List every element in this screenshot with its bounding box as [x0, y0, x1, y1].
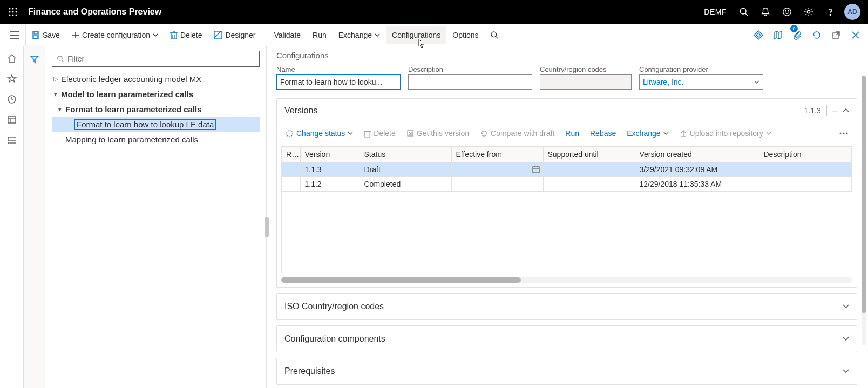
get-version-button: Get this version — [402, 125, 473, 142]
svg-point-11 — [783, 8, 791, 16]
tree-panel: ▷ Electronic ledger accounting model MX … — [45, 46, 267, 388]
clock-icon[interactable] — [2, 90, 22, 109]
change-status-button[interactable]: Change status — [281, 125, 357, 142]
attach-icon[interactable]: 0 — [788, 26, 806, 44]
funnel-icon[interactable] — [26, 51, 43, 68]
star-icon[interactable] — [2, 69, 22, 89]
svg-point-47 — [8, 140, 9, 141]
chevron-down-icon — [843, 337, 849, 341]
table-row[interactable]: 1.1.3 Draft 3/29/2021 09:32:09 AM — [282, 162, 852, 177]
gear-icon[interactable] — [798, 0, 819, 24]
validate-button[interactable]: Validate — [269, 26, 307, 44]
svg-rect-64 — [533, 167, 539, 173]
popout-icon[interactable] — [827, 26, 845, 44]
tree-node[interactable]: Mapping to learn parameterized calls — [52, 132, 260, 147]
tree-node[interactable]: ▷ Electronic ledger accounting model MX — [52, 71, 260, 86]
company-code[interactable]: DEMF — [704, 8, 727, 16]
refresh-icon[interactable] — [808, 26, 826, 44]
svg-line-30 — [214, 31, 221, 38]
components-header[interactable]: Configuration components — [277, 326, 857, 352]
save-label: Save — [43, 31, 60, 39]
horizontal-scrollbar[interactable] — [281, 277, 852, 283]
save-button[interactable]: Save — [26, 26, 65, 44]
waffle-icon[interactable] — [4, 3, 22, 21]
vertical-scrollbar[interactable] — [862, 76, 866, 345]
caret-right-icon: ▷ — [52, 76, 59, 83]
version-run-button[interactable]: Run — [561, 125, 584, 142]
description-input[interactable] — [408, 74, 532, 90]
version-exchange-button[interactable]: Exchange — [622, 125, 673, 142]
prereq-header[interactable]: Prerequisites — [277, 358, 857, 384]
svg-rect-43 — [8, 117, 16, 123]
caret-down-icon: ▾ — [52, 91, 59, 98]
filter-input[interactable] — [67, 55, 255, 63]
svg-point-8 — [16, 15, 17, 16]
table-row[interactable]: 1.1.2 Completed 12/29/2018 11:35:33 AM — [282, 177, 852, 192]
options-button[interactable]: Options — [447, 26, 484, 44]
home-icon[interactable] — [2, 49, 22, 68]
svg-marker-33 — [754, 31, 763, 39]
hamburger-icon[interactable] — [3, 24, 26, 46]
close-icon[interactable] — [846, 26, 865, 44]
svg-point-6 — [9, 15, 11, 16]
search-icon[interactable] — [733, 0, 755, 24]
nav-sidebar — [0, 46, 24, 388]
tree-node-selected[interactable]: Format to learn how to lookup LE data — [52, 117, 260, 132]
list-icon[interactable] — [2, 131, 22, 150]
svg-point-7 — [12, 15, 14, 16]
chevron-down-icon — [375, 33, 380, 37]
avatar[interactable]: AD — [844, 4, 860, 20]
compare-button: Compare with draft — [476, 125, 559, 142]
help-icon[interactable] — [819, 0, 841, 24]
attach-badge: 0 — [790, 25, 798, 32]
col-description[interactable]: Description — [759, 147, 852, 162]
col-supported[interactable]: Supported until — [543, 147, 635, 162]
col-created[interactable]: Version created — [635, 147, 759, 162]
provider-dropdown[interactable]: Litware, Inc. — [639, 74, 763, 90]
search-icon — [57, 55, 64, 63]
toolbar-search-icon[interactable] — [485, 26, 504, 44]
diamond-icon[interactable] — [749, 26, 768, 44]
col-status[interactable]: Status — [360, 147, 451, 162]
tree-node[interactable]: ▾ Format to learn parameterized calls — [52, 101, 260, 117]
components-section: Configuration components — [276, 325, 857, 352]
svg-point-46 — [8, 137, 9, 138]
tree-node[interactable]: ▾ Model to learn parameterized calls — [52, 86, 260, 101]
svg-rect-29 — [214, 31, 222, 39]
calendar-icon[interactable] — [532, 166, 540, 173]
versions-header[interactable]: Versions 1.1.3 -- — [277, 99, 857, 122]
exchange-button[interactable]: Exchange — [333, 26, 385, 44]
svg-point-9 — [740, 8, 746, 14]
svg-rect-24 — [171, 33, 177, 39]
designer-label: Designer — [225, 31, 255, 39]
svg-point-5 — [16, 11, 17, 13]
table-header-row: R... Version Status Effective from Suppo… — [282, 147, 852, 162]
rebase-button[interactable]: Rebase — [586, 125, 620, 142]
svg-point-31 — [491, 32, 497, 37]
svg-point-3 — [9, 11, 11, 13]
create-config-button[interactable]: Create configuration — [66, 26, 164, 44]
svg-line-10 — [745, 13, 748, 16]
designer-button[interactable]: Designer — [208, 26, 261, 44]
svg-point-0 — [9, 8, 11, 10]
bell-icon[interactable] — [755, 0, 776, 24]
command-bar: Save Create configuration Delete Designe… — [0, 24, 868, 46]
col-r[interactable]: R... — [282, 147, 300, 162]
module-icon[interactable] — [2, 110, 22, 130]
more-icon[interactable] — [835, 125, 852, 142]
smile-icon[interactable] — [776, 0, 798, 24]
svg-point-14 — [807, 10, 810, 13]
delete-button[interactable]: Delete — [165, 26, 207, 44]
configurations-tab[interactable]: Configurations — [386, 26, 446, 44]
prereq-section: Prerequisites — [276, 358, 857, 385]
name-input[interactable]: Format to learn how to looku... — [276, 74, 401, 90]
col-version[interactable]: Version — [300, 147, 360, 162]
run-button[interactable]: Run — [307, 26, 332, 44]
filter-input-wrap[interactable] — [52, 51, 260, 67]
col-effective[interactable]: Effective from — [451, 147, 543, 162]
svg-rect-20 — [34, 32, 37, 34]
map-icon[interactable] — [769, 26, 787, 44]
iso-header[interactable]: ISO Country/region codes — [277, 294, 857, 319]
provider-label: Configuration provider — [639, 65, 763, 73]
svg-line-54 — [62, 60, 64, 62]
